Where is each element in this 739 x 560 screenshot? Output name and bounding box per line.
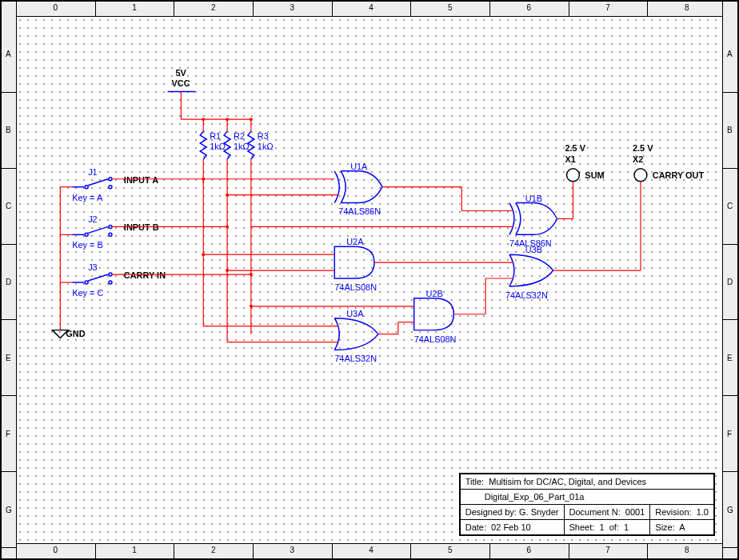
size: A [679, 522, 685, 532]
ruler-bottom: 012345678 [2, 543, 737, 558]
svg-text:R3: R3 [258, 131, 269, 141]
svg-point-22 [85, 186, 88, 189]
gate-U2A: U2A 74ALS08N [334, 237, 377, 292]
svg-line-31 [88, 226, 108, 233]
gate-U1A: U1A 74ALS86N [334, 162, 382, 217]
gate-U3B: U3B 74ALS32N [505, 245, 553, 300]
svg-point-80 [250, 305, 253, 308]
title-block: Title: Multisim for DC/AC, Digital, and … [459, 473, 715, 536]
svg-point-41 [109, 281, 112, 284]
svg-text:1kΩ: 1kΩ [258, 142, 274, 151]
vcc-symbol: 5V VCC [168, 68, 196, 120]
svg-point-24 [109, 178, 112, 181]
svg-text:2.5 V: 2.5 V [633, 143, 653, 153]
gnd-symbol: GND [52, 329, 85, 338]
subtitle-text: Digital_Exp_06_Part_01a [485, 492, 585, 502]
gate-U1B: U1B 74ALS86N [509, 194, 557, 249]
svg-text:J1: J1 [88, 167, 98, 177]
ruler-right: ABCDEFG [722, 2, 737, 558]
date: 02 Feb 10 [491, 522, 531, 532]
svg-text:J3: J3 [88, 262, 98, 272]
probe-X1: 2.5 V X1 SUM [565, 143, 605, 182]
ruler-left: ABCDEFG [2, 2, 17, 558]
svg-text:74ALS08N: 74ALS08N [334, 282, 377, 292]
svg-text:1kΩ: 1kΩ [210, 142, 226, 151]
svg-text:X1: X1 [565, 154, 576, 164]
svg-text:CARRY IN: CARRY IN [124, 270, 166, 280]
svg-line-23 [88, 179, 108, 186]
svg-point-93 [567, 169, 580, 182]
svg-text:2.5 V: 2.5 V [565, 143, 586, 153]
title-text: Multisim for DC/AC, Digital, and Devices [489, 477, 646, 486]
probe-X2: 2.5 V X2 CARRY OUT [633, 143, 704, 182]
svg-text:X2: X2 [633, 154, 643, 164]
switch-J3[interactable]: J3 Key = C CARRY IN [72, 262, 166, 298]
svg-point-38 [85, 281, 88, 284]
svg-text:VCC: VCC [172, 78, 190, 88]
svg-text:SUM: SUM [585, 170, 604, 180]
svg-text:R2: R2 [234, 131, 245, 141]
resistor-R1: R1 1kΩ [200, 119, 226, 183]
svg-text:74ALS86N: 74ALS86N [338, 206, 381, 216]
revision: 1.0 [697, 507, 709, 517]
svg-text:CARRY OUT: CARRY OUT [653, 170, 705, 180]
gate-U3A: U3A 74ALS32N [334, 309, 378, 364]
svg-text:Key = A: Key = A [72, 193, 103, 202]
svg-point-40 [109, 273, 112, 276]
schematic-canvas[interactable]: 5V VCC R1 1kΩ R2 1kΩ [16, 16, 723, 544]
resistor-R2: R2 1kΩ [224, 119, 250, 183]
svg-point-67 [226, 269, 229, 272]
svg-text:5V: 5V [175, 68, 186, 78]
schematic-svg: 5V VCC R1 1kΩ R2 1kΩ [16, 16, 723, 544]
svg-point-61 [226, 194, 229, 197]
svg-text:R1: R1 [210, 131, 221, 141]
svg-text:U2A: U2A [346, 237, 364, 246]
switch-J2[interactable]: J2 Key = B INPUT B [72, 214, 158, 250]
svg-text:74ALS32N: 74ALS32N [334, 354, 377, 363]
svg-point-30 [85, 233, 88, 236]
docnum: 0001 [625, 507, 645, 517]
switch-J1[interactable]: J1 Key = A INPUT A [72, 167, 158, 202]
svg-point-33 [109, 233, 112, 236]
resistor-R3: R3 1kΩ [248, 119, 274, 183]
svg-text:74ALS08N: 74ALS08N [414, 334, 457, 344]
svg-text:J2: J2 [88, 214, 98, 224]
svg-text:INPUT A: INPUT A [124, 175, 158, 185]
gate-U2B: U2B 74ALS08N [414, 289, 457, 344]
designer: G. Snyder [519, 507, 559, 517]
schematic-frame: 012345678 012345678 ABCDEFG ABCDEFG 5V V… [0, 0, 739, 560]
svg-text:U3A: U3A [346, 309, 364, 318]
svg-point-32 [109, 225, 112, 228]
svg-text:Key = B: Key = B [72, 240, 103, 250]
svg-text:1kΩ: 1kΩ [234, 142, 250, 151]
svg-text:INPUT B: INPUT B [124, 222, 159, 232]
svg-point-99 [634, 169, 647, 182]
svg-text:U2B: U2B [426, 289, 443, 298]
svg-text:Key = C: Key = C [72, 288, 103, 298]
svg-text:GND: GND [66, 329, 85, 338]
svg-text:U3B: U3B [525, 245, 542, 254]
svg-line-39 [88, 274, 108, 281]
svg-text:U1A: U1A [350, 162, 368, 171]
svg-text:U1B: U1B [525, 194, 542, 203]
svg-text:74ALS32N: 74ALS32N [505, 290, 548, 300]
ruler-top: 012345678 [2, 2, 737, 17]
svg-point-25 [109, 186, 112, 189]
